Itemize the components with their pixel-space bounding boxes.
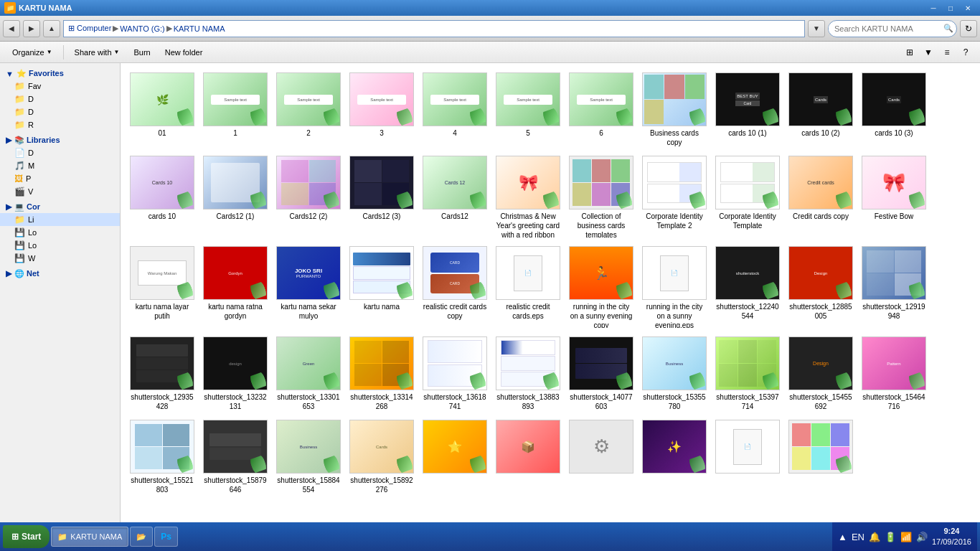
sidebar-item-lo2[interactable]: 💾 Lo	[0, 239, 120, 252]
file-cards10-2[interactable]: Cards cards 10 (2)	[785, 69, 857, 151]
path-dropdown-button[interactable]: ▼	[808, 20, 825, 37]
taskbar-item-explorer[interactable]: 📂	[130, 527, 153, 547]
file-cards12[interactable]: Cards 12 Cards12	[419, 152, 491, 241]
file-ss1323[interactable]: design shutterstock_13232131	[199, 333, 271, 415]
tray-up-icon[interactable]: ▲	[838, 532, 847, 542]
file-festive[interactable]: 🎀 Festive Bow	[858, 152, 930, 241]
breadcrumb-computer[interactable]: ⊞ Computer	[68, 24, 111, 33]
file-gear[interactable]: ⚙	[565, 416, 637, 498]
file-running[interactable]: 🏃 running in the city on a sunny evening…	[565, 242, 637, 331]
search-input[interactable]	[829, 24, 941, 33]
file-credit[interactable]: Credit cards Credit cards copy	[785, 152, 857, 241]
sidebar-item-lo1[interactable]: 💾 Lo	[0, 226, 120, 239]
sidebar-item-kartu[interactable]: 📁 Li	[0, 213, 120, 226]
search-box[interactable]: 🔍	[828, 20, 957, 37]
file-ss1361[interactable]: shutterstock_13618741	[419, 333, 491, 415]
file-ss1331[interactable]: shutterstock_13314268	[346, 333, 418, 415]
file-corporate2[interactable]: Corporate Identity Template 2	[639, 152, 710, 241]
file-corporate[interactable]: Corporate Identity Template	[712, 152, 783, 241]
address-path[interactable]: ⊞ Computer ▶ WANTO (G:) ▶ KARTU NAMA	[63, 20, 805, 37]
file-ss1545[interactable]: Design shutterstock_15455692	[785, 333, 857, 415]
details-view-button[interactable]: ≡	[938, 44, 956, 61]
file-gold[interactable]: ⭐	[419, 416, 491, 498]
file-item-4[interactable]: Sample text 4	[419, 69, 491, 151]
views-button[interactable]: ⊞	[901, 44, 918, 61]
burn-button[interactable]: Burn	[127, 44, 156, 61]
file-ss1546[interactable]: Pattern shutterstock_15464716	[858, 333, 930, 415]
taskbar-item-photoshop[interactable]: Ps	[154, 527, 178, 547]
file-collection2[interactable]	[785, 416, 857, 498]
file-ss1291[interactable]: shutterstock_12919948	[858, 242, 930, 331]
minimize-button[interactable]: ─	[925, 2, 941, 14]
file-kartulayar[interactable]: Warung Makan kartu nama layar putih	[126, 242, 198, 331]
file-karturatna[interactable]: Gordyn kartu nama ratna gordyn	[199, 242, 271, 331]
sidebar-lib-p[interactable]: 🖼 P	[0, 172, 120, 185]
sidebar-lib-d[interactable]: 📄 D	[0, 146, 120, 159]
sidebar-libraries-header[interactable]: ▶ 📚 Libraries	[0, 134, 120, 146]
file-collection[interactable]: Collection of business cards templates	[565, 152, 637, 241]
tray-volume-icon[interactable]: 🔊	[916, 532, 928, 542]
sidebar-item-r[interactable]: 📁 R	[0, 118, 120, 131]
sidebar-favorites-header[interactable]: ▼ ⭐ Favorites	[0, 67, 120, 80]
file-ss1224[interactable]: shutterstock shutterstock_12240544	[712, 242, 783, 331]
sidebar-item-fav[interactable]: 📁 Fav	[0, 80, 120, 93]
file-ss1588[interactable]: Business shutterstock_15884554	[273, 416, 344, 498]
new-folder-button[interactable]: New folder	[159, 44, 209, 61]
sidebar-item-w[interactable]: 💾 W	[0, 252, 120, 265]
file-cards12-1[interactable]: Cards12 (1)	[199, 152, 271, 241]
forward-button[interactable]: ▶	[23, 20, 40, 37]
file-kartuama[interactable]: kartu nama	[346, 242, 418, 331]
help-button[interactable]: ?	[957, 44, 974, 61]
organize-button[interactable]: Organize ▼	[6, 44, 59, 61]
up-button[interactable]: ▲	[43, 20, 60, 37]
file-cards10[interactable]: Cards 10 cards 10	[126, 152, 198, 241]
file-ss1535[interactable]: Business shutterstock_15355780	[639, 333, 710, 415]
file-ss1388[interactable]: shutterstock_13883893	[492, 333, 564, 415]
maximize-button[interactable]: □	[943, 2, 958, 14]
file-christmas[interactable]: 🎀 Christmas & New Year's greeting card w…	[492, 152, 564, 241]
back-button[interactable]: ◀	[3, 20, 20, 37]
sidebar-network-header[interactable]: ▶ 🌐 Net	[0, 268, 120, 280]
file-ss1539[interactable]: shutterstock_15397714	[712, 333, 783, 415]
tray-notify-icon[interactable]: 🔔	[869, 532, 880, 542]
file-cards10-1[interactable]: BEST BUY Card cards 10 (1)	[712, 69, 783, 151]
file-area[interactable]: 🌿 01 Sample text 1 Sample text	[121, 63, 980, 534]
file-item-01[interactable]: 🌿 01	[126, 69, 198, 151]
file-ss1330[interactable]: Green shutterstock_13301653	[273, 333, 344, 415]
file-realcredit[interactable]: CARD CARD realistic credit cards copy	[419, 242, 491, 331]
file-runningeps[interactable]: 📄 running in the city on a sunny evening…	[639, 242, 710, 331]
file-ss1407[interactable]: shutterstock_14077603	[565, 333, 637, 415]
refresh-button[interactable]: ↻	[960, 20, 977, 37]
breadcrumb-folder[interactable]: KARTU NAMA	[174, 24, 225, 33]
file-item-2[interactable]: Sample text 2	[273, 69, 344, 151]
file-cards12-3[interactable]: Cards12 (3)	[346, 152, 418, 241]
file-cards12-2[interactable]: Cards12 (2)	[273, 152, 344, 241]
file-item-5[interactable]: Sample text 5	[492, 69, 564, 151]
file-ss1552[interactable]: shutterstock_15521803	[126, 416, 198, 498]
file-business-cards-copy[interactable]: Business cards copy	[639, 69, 710, 151]
breadcrumb-drive[interactable]: WANTO (G:)	[120, 24, 164, 33]
file-cards10-3[interactable]: Cards cards 10 (3)	[858, 69, 930, 151]
file-ss1589[interactable]: Cards shutterstock_15892276	[346, 416, 418, 498]
sidebar-lib-v[interactable]: 🎬 V	[0, 185, 120, 198]
share-with-button[interactable]: Share with ▼	[68, 44, 126, 61]
file-zip[interactable]: 📦	[492, 416, 564, 498]
file-blank[interactable]: 📄	[712, 416, 783, 498]
file-ss1587[interactable]: shutterstock_15879646	[199, 416, 271, 498]
system-clock[interactable]: 9:24 17/09/2016	[932, 526, 971, 548]
file-realcrediteps[interactable]: 📄 realistic credit cards.eps	[492, 242, 564, 331]
sidebar-computer-header[interactable]: ▶ 💻 Cor	[0, 201, 120, 213]
close-button[interactable]: ✕	[960, 2, 976, 14]
start-button[interactable]: ⊞ Start	[3, 525, 50, 548]
file-item-1[interactable]: Sample text 1	[199, 69, 271, 151]
file-item-3[interactable]: Sample text 3	[346, 69, 418, 151]
views-dropdown[interactable]: ▼	[920, 44, 937, 61]
file-kartusekar[interactable]: JOKO SRI PURWANTO kartu nama sekar mulyo	[273, 242, 344, 331]
file-item-6[interactable]: Sample text 6	[565, 69, 637, 151]
file-stars[interactable]: ✨	[639, 416, 710, 498]
sidebar-item-d2[interactable]: 📁 D	[0, 105, 120, 118]
sidebar-item-d1[interactable]: 📁 D	[0, 93, 120, 105]
sidebar-lib-m[interactable]: 🎵 M	[0, 159, 120, 172]
file-ss1288[interactable]: Design shutterstock_12885005	[785, 242, 857, 331]
taskbar-item-kartuname[interactable]: 📁 KARTU NAMA	[51, 527, 128, 547]
